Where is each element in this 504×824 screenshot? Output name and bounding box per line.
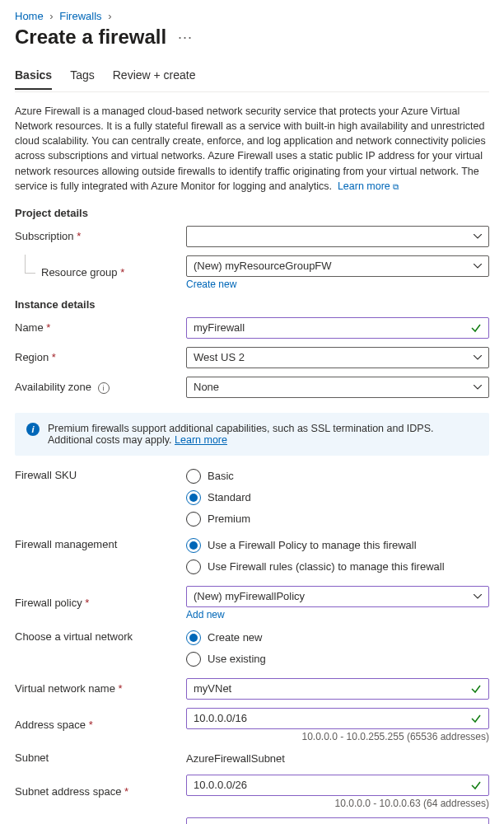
label-subnet-address-space: Subnet address space *: [15, 785, 180, 798]
breadcrumb: Home › Firewalls ›: [15, 10, 489, 22]
label-resource-group: Resource group *: [15, 266, 180, 279]
name-input[interactable]: myFirewall: [186, 317, 489, 339]
address-space-hint: 10.0.0.0 - 10.0.255.255 (65536 addresses…: [186, 731, 489, 742]
subnet-value: AzureFirewallSubnet: [186, 751, 489, 765]
add-new-policy-link[interactable]: Add new: [186, 609, 225, 620]
more-actions-icon[interactable]: ···: [178, 29, 193, 46]
vnet-radio-group: Create new Use existing: [186, 630, 489, 667]
chevron-down-icon: [474, 385, 482, 390]
chevron-right-icon: ›: [108, 10, 111, 22]
label-name: Name *: [15, 321, 180, 334]
vnet-name-input[interactable]: myVNet: [186, 678, 489, 700]
sku-standard-radio[interactable]: Standard: [186, 490, 489, 505]
mgmt-policy-radio[interactable]: Use a Firewall Policy to manage this fir…: [186, 538, 489, 553]
premium-info-banner: i Premium firewalls support additional c…: [15, 413, 489, 456]
subnet-address-space-input[interactable]: 10.0.0.0/26: [186, 775, 489, 796]
section-project-details: Project details: [15, 207, 489, 219]
info-icon: i: [26, 423, 40, 436]
description-text: Azure Firewall is a managed cloud-based …: [15, 104, 489, 194]
address-space-input[interactable]: 10.0.0.0/16: [186, 708, 489, 729]
sku-premium-radio[interactable]: Premium: [186, 512, 489, 527]
label-firewall-policy: Firewall policy *: [15, 597, 180, 609]
section-instance-details: Instance details: [15, 298, 489, 311]
learn-more-link[interactable]: Learn more ⧉: [338, 180, 399, 192]
mgmt-classic-radio[interactable]: Use Firewall rules (classic) to manage t…: [186, 559, 489, 574]
label-region: Region *: [15, 351, 180, 363]
create-new-resource-group-link[interactable]: Create new: [186, 279, 236, 290]
sku-radio-group: Basic Standard Premium: [186, 469, 489, 527]
label-address-space: Address space *: [15, 719, 180, 731]
resource-group-select[interactable]: (New) myResourceGroupFW: [186, 255, 489, 277]
management-radio-group: Use a Firewall Policy to manage this fir…: [186, 538, 489, 574]
subscription-select[interactable]: [186, 226, 489, 247]
tab-bar: Basics Tags Review + create: [15, 63, 489, 90]
label-firewall-management: Firewall management: [15, 538, 180, 550]
check-icon: [470, 713, 482, 724]
firewall-policy-select[interactable]: (New) myFirewallPolicy: [186, 586, 489, 607]
check-icon: [470, 322, 482, 334]
sku-basic-radio[interactable]: Basic: [186, 469, 489, 484]
chevron-down-icon: [474, 594, 482, 599]
label-vnet-name: Virtual network name *: [15, 682, 180, 695]
page-title: Create a firewall ···: [15, 26, 489, 49]
label-subnet: Subnet: [15, 751, 180, 764]
vnet-create-new-radio[interactable]: Create new: [186, 630, 489, 645]
label-choose-vnet: Choose a virtual network: [15, 630, 180, 643]
info-icon[interactable]: i: [98, 382, 110, 394]
region-select[interactable]: West US 2: [186, 347, 489, 368]
banner-learn-more-link[interactable]: Learn more: [175, 434, 227, 446]
breadcrumb-home[interactable]: Home: [15, 10, 44, 22]
chevron-down-icon: [474, 355, 482, 360]
external-link-icon: ⧉: [393, 182, 399, 191]
breadcrumb-firewalls[interactable]: Firewalls: [59, 10, 101, 22]
check-icon: [470, 683, 482, 695]
check-icon: [470, 780, 482, 791]
chevron-right-icon: ›: [49, 10, 53, 22]
tab-review[interactable]: Review + create: [113, 63, 196, 90]
label-firewall-sku: Firewall SKU: [15, 469, 180, 481]
chevron-down-icon: [474, 234, 482, 239]
public-ip-select[interactable]: myStandardPublicIP-1: [186, 817, 489, 824]
subnet-address-hint: 10.0.0.0 - 10.0.0.63 (64 addresses): [186, 798, 489, 809]
label-availability-zone: Availability zone i: [15, 381, 180, 394]
label-subscription: Subscription *: [15, 230, 180, 242]
chevron-down-icon: [474, 264, 482, 269]
tab-basics[interactable]: Basics: [15, 63, 52, 90]
vnet-use-existing-radio[interactable]: Use existing: [186, 652, 489, 667]
availability-zone-select[interactable]: None: [186, 377, 489, 398]
tab-tags[interactable]: Tags: [70, 63, 95, 90]
